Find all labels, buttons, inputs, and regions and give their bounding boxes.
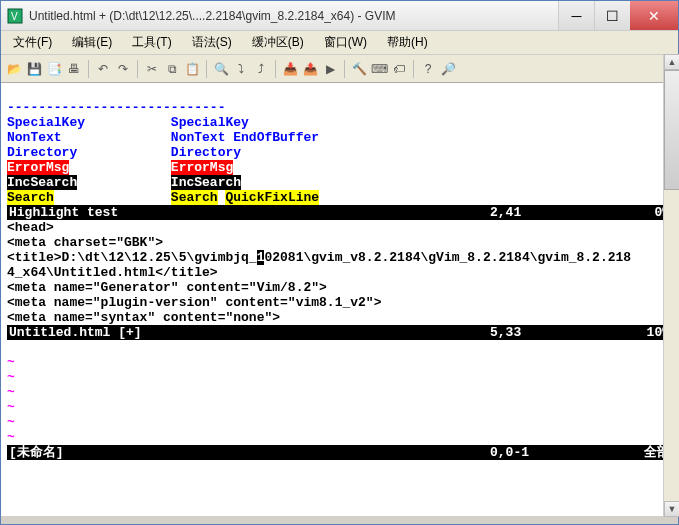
make-icon[interactable]: 🔨 — [350, 60, 368, 78]
status3-pos: 0,0-1 — [490, 445, 610, 460]
menu-window[interactable]: 窗口(W) — [318, 32, 373, 53]
status1-name: Highlight test — [9, 205, 490, 220]
menu-tools[interactable]: 工具(T) — [126, 32, 177, 53]
gvim-window: V Untitled.html + (D:\dt\12\12.25\....2.… — [0, 0, 679, 525]
menu-help[interactable]: 帮助(H) — [381, 32, 434, 53]
help-icon[interactable]: ? — [419, 60, 437, 78]
dash-line: ---------------------------- — [7, 100, 225, 115]
paste-icon[interactable]: 📋 — [183, 60, 201, 78]
statusbar-2: Untitled.html [+]5,3310% — [7, 325, 672, 340]
status2-pos: 5,33 — [490, 325, 610, 340]
cut-icon[interactable]: ✂ — [143, 60, 161, 78]
tilde-line: ~ — [7, 430, 15, 445]
tilde-line: ~ — [7, 400, 15, 415]
bottom-border — [1, 516, 678, 524]
hl-quickfix: QuickFixLine — [225, 190, 319, 205]
save-icon[interactable]: 💾 — [25, 60, 43, 78]
menu-edit[interactable]: 编辑(E) — [66, 32, 118, 53]
findhelp-icon[interactable]: 🔎 — [439, 60, 457, 78]
window-title: Untitled.html + (D:\dt\12\12.25\....2.21… — [29, 9, 558, 23]
status3-pct: 全部 — [610, 445, 670, 460]
tilde-line: ~ — [7, 385, 15, 400]
line-meta-charset: <meta charset="GBK"> — [7, 235, 163, 250]
scroll-down-icon[interactable]: ▼ — [664, 501, 679, 517]
findprev-icon[interactable]: ⤴ — [252, 60, 270, 78]
editor-area[interactable]: ---------------------------- SpecialKey … — [1, 83, 678, 516]
minimize-button[interactable]: ─ — [558, 1, 594, 30]
hl-incsearch-2: IncSearch — [171, 175, 241, 190]
app-icon: V — [7, 8, 23, 24]
print-icon[interactable]: 🖶 — [65, 60, 83, 78]
close-button[interactable]: ✕ — [630, 1, 678, 30]
status1-pos: 2,41 — [490, 205, 610, 220]
line-title-c: 02081\gvim_v8.2.2184\gVim_8.2.2184\gvim_… — [264, 250, 631, 265]
undo-icon[interactable]: ↶ — [94, 60, 112, 78]
menu-syntax[interactable]: 语法(S) — [186, 32, 238, 53]
svg-text:V: V — [11, 11, 18, 22]
titlebar[interactable]: V Untitled.html + (D:\dt\12\12.25\....2.… — [1, 1, 678, 31]
tilde-line: ~ — [7, 415, 15, 430]
findnext-icon[interactable]: ⤵ — [232, 60, 250, 78]
hl-errormsg-1: ErrorMsg — [7, 160, 69, 175]
shell-icon[interactable]: ⌨ — [370, 60, 388, 78]
separator — [206, 60, 207, 78]
toolbar: 📂 💾 📑 🖶 ↶ ↷ ✂ ⧉ 📋 🔍 ⤵ ⤴ 📥 📤 ▶ 🔨 ⌨ 🏷 ? 🔎 — [1, 55, 678, 83]
hl-directory-1: Directory — [7, 145, 77, 160]
menu-buffers[interactable]: 缓冲区(B) — [246, 32, 310, 53]
vertical-scrollbar[interactable]: ▲ ▼ — [663, 54, 679, 517]
tilde-line: ~ — [7, 370, 15, 385]
status1-pct: 0% — [610, 205, 670, 220]
find-icon[interactable]: 🔍 — [212, 60, 230, 78]
hl-incsearch-1: IncSearch — [7, 175, 77, 190]
hl-directory-2: Directory — [171, 145, 241, 160]
separator — [137, 60, 138, 78]
hl-nontext-2: NonText — [171, 130, 226, 145]
hl-nontext-1: NonText — [7, 130, 62, 145]
line-generator: <meta name="Generator" content="Vim/8.2"… — [7, 280, 327, 295]
menu-file[interactable]: 文件(F) — [7, 32, 58, 53]
separator — [344, 60, 345, 78]
hl-endofbuffer: EndOfBuffer — [233, 130, 319, 145]
line-syntax: <meta name="syntax" content="none"> — [7, 310, 280, 325]
session-load-icon[interactable]: 📥 — [281, 60, 299, 78]
statusbar-3: [未命名]0,0-1全部 — [7, 445, 672, 460]
tilde-line: ~ — [7, 355, 15, 370]
open-icon[interactable]: 📂 — [5, 60, 23, 78]
saveall-icon[interactable]: 📑 — [45, 60, 63, 78]
maximize-button[interactable]: ☐ — [594, 1, 630, 30]
scroll-up-icon[interactable]: ▲ — [664, 54, 679, 70]
separator — [275, 60, 276, 78]
tag-icon[interactable]: 🏷 — [390, 60, 408, 78]
separator — [413, 60, 414, 78]
separator — [88, 60, 89, 78]
scroll-thumb[interactable] — [664, 70, 679, 190]
status2-name: Untitled.html [+] — [9, 325, 490, 340]
line-title-a: <title>D:\dt\12\12.25\5\gvimbjq_ — [7, 250, 257, 265]
hl-search-2: Search — [171, 190, 218, 205]
hl-search-1: Search — [7, 190, 54, 205]
hl-errormsg-2: ErrorMsg — [171, 160, 233, 175]
menubar: 文件(F) 编辑(E) 工具(T) 语法(S) 缓冲区(B) 窗口(W) 帮助(… — [1, 31, 678, 55]
line-title-2: 4_x64\Untitled.html</title> — [7, 265, 218, 280]
statusbar-1: Highlight test2,410% — [7, 205, 672, 220]
hl-specialkey-1: SpecialKey — [7, 115, 85, 130]
status2-pct: 10% — [610, 325, 670, 340]
line-plugin: <meta name="plugin-version" content="vim… — [7, 295, 381, 310]
line-head: <head> — [7, 220, 54, 235]
run-icon[interactable]: ▶ — [321, 60, 339, 78]
window-buttons: ─ ☐ ✕ — [558, 1, 678, 30]
session-save-icon[interactable]: 📤 — [301, 60, 319, 78]
status3-name: [未命名] — [9, 445, 490, 460]
redo-icon[interactable]: ↷ — [114, 60, 132, 78]
copy-icon[interactable]: ⧉ — [163, 60, 181, 78]
hl-specialkey-2: SpecialKey — [171, 115, 249, 130]
